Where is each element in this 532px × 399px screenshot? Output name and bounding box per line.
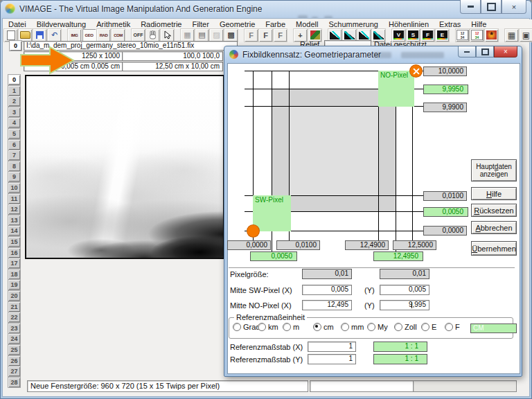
dialog-minimize-button[interactable] [458,46,476,57]
menu-farbe[interactable]: Farbe [265,20,285,28]
main-titlebar[interactable]: VIMAGE - The Virtual Image Manipulation … [0,0,532,19]
row-button-1[interactable]: 1 [8,86,20,96]
abbrechen-button[interactable]: Abbrechen [471,221,517,234]
refscale-x-input[interactable]: 1 [308,342,356,352]
row-button-26[interactable]: 26 [8,356,20,366]
color-model-button[interactable] [308,29,321,42]
menu-radiometrie[interactable]: Radiometrie [141,20,181,28]
refunit-option-zoll[interactable]: Zoll [394,323,417,331]
row-button-28[interactable]: 28 [8,378,20,387]
new-file-button[interactable] [4,29,17,42]
menu-hoehenlinien[interactable]: Höhenlinien [389,20,429,28]
row-button-23[interactable]: 23 [8,323,20,333]
close-button[interactable]: × [502,0,526,14]
open-file-button[interactable] [19,29,32,42]
row-button-22[interactable]: 22 [8,312,20,322]
refunit-option-m[interactable]: m [283,323,299,331]
radio-selected-icon[interactable] [313,323,321,331]
radio-icon[interactable] [394,323,402,331]
mitte-sw-x-input[interactable]: 0,005 [302,285,352,295]
row-button-12[interactable]: 12 [8,204,20,214]
refunit-option-f[interactable]: F [445,323,460,331]
row-button-27[interactable]: 27 [8,366,20,376]
terrain-relief-image[interactable] [26,76,223,258]
menu-filter[interactable]: Filter [192,20,209,28]
minimize-button[interactable] [460,0,481,14]
row-button-8[interactable]: 8 [8,161,20,171]
image-viewport[interactable] [25,75,224,259]
slope-shade-2-button[interactable] [343,29,356,42]
fix-frame-2-button[interactable]: F [259,29,272,42]
rad-mode-button[interactable]: RAD [97,29,110,42]
menu-datei[interactable]: Datei [8,20,26,28]
refunit-option-my[interactable]: My [367,323,388,331]
crosshair-plus-button[interactable]: + [294,29,307,42]
row-button-10[interactable]: 10 [8,183,20,193]
slope-shade-4-button[interactable] [372,29,385,42]
row-button-24[interactable]: 24 [8,334,20,344]
refunit-option-km[interactable]: km [258,323,278,331]
geo-mode-button[interactable]: GEO [82,29,96,42]
slope-shade-1-button[interactable] [328,29,342,42]
row-button-19[interactable]: 19 [8,280,20,290]
refunit-option-grad[interactable]: Grad [233,323,260,331]
raster-view-1-button[interactable]: ▦ [181,29,194,42]
stereo-s-button[interactable]: S [407,29,420,42]
row-button-17[interactable]: 17 [8,258,20,268]
menu-arithmetik[interactable]: Arithmetik [96,20,130,28]
raster-view-2-button[interactable]: ▤ [195,29,209,42]
export-e-button[interactable]: E [436,29,449,42]
hauptdaten-anzeigen-button[interactable]: Hauptdatenanzeigen [471,159,517,181]
row-button-7[interactable]: 7 [8,150,20,160]
com-mode-button[interactable]: COM [112,29,125,42]
table-frame-button[interactable]: ▣ [520,29,532,42]
row-button-11[interactable]: 11 [8,194,20,204]
table-grid-button[interactable]: ▦ [505,29,518,42]
menu-bildverwaltung[interactable]: Bildverwaltung [37,20,87,28]
mitte-sw-y-input[interactable]: 0,005 [380,285,429,295]
row-button-15[interactable]: 15 [8,237,20,247]
pan-hand-button[interactable] [146,29,159,42]
uebernehmen-button[interactable]: Übernehmen [471,241,517,256]
row-button-14[interactable]: 14 [8,226,20,236]
view-v-button[interactable]: V [392,29,405,42]
undo-button[interactable]: ↶ [48,29,61,42]
hilfe-button[interactable]: Hilfe [471,187,517,200]
row-button-16[interactable]: 16 [8,248,20,258]
fix-frame-3-button[interactable]: F [274,29,287,42]
menu-modell[interactable]: Modell [296,20,318,28]
refunit-option-mm[interactable]: mm [341,323,364,331]
menu-extras[interactable]: Extras [439,20,461,28]
raster-view-3-button[interactable]: ▨ [210,29,223,42]
number-grid-1-button[interactable]: 1234 [456,29,469,42]
raster-view-4-button[interactable]: ▩ [224,29,238,42]
radio-icon[interactable] [258,323,266,331]
film-f-button[interactable]: F [421,29,434,42]
menu-schummerung[interactable]: Schummerung [328,20,378,28]
dialog-titlebar[interactable]: Fixbildkennsatz: Geometrieparameter × [224,46,522,63]
row-button-13[interactable]: 13 [8,215,20,225]
row-button-18[interactable]: 18 [8,269,20,279]
radio-icon[interactable] [445,323,453,331]
menu-geometrie[interactable]: Geometrie [220,20,255,28]
row-button-21[interactable]: 21 [8,302,20,312]
select-arrow-button[interactable] [161,29,174,42]
settings-gear-button[interactable]: * [485,29,498,42]
radio-icon[interactable] [341,323,349,331]
dialog-maximize-button[interactable] [476,46,494,57]
radio-icon[interactable] [283,323,291,331]
off-button[interactable]: OFF [132,29,145,42]
refunit-option-cm[interactable]: cm [313,323,334,331]
row-button-25[interactable]: 25 [8,345,20,355]
slope-shade-3-button[interactable] [357,29,371,42]
sw-corner-marker[interactable] [247,225,259,237]
img-mode-button[interactable]: IMG [68,29,81,42]
menu-hilfe[interactable]: Hilfe [471,20,486,28]
ruecksetzen-button[interactable]: Rücksetzen [471,204,517,217]
radio-icon[interactable] [367,323,375,331]
row-button-9[interactable]: 9 [8,172,20,181]
mitte-no-x-input[interactable]: 12,495 [302,300,352,310]
refscale-y-input[interactable]: 1 [308,354,356,364]
row-button-2[interactable]: 2 [8,96,20,106]
refunit-option-e[interactable]: E [421,323,436,331]
